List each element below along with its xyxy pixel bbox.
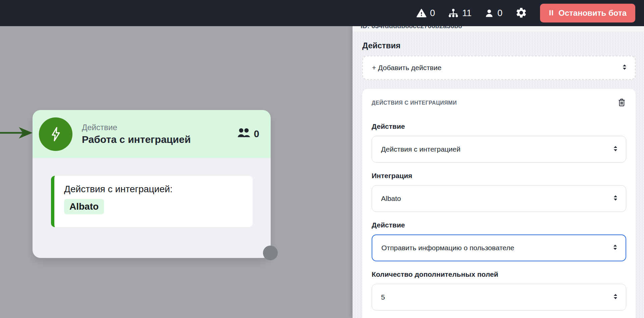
settings-sidebar: ID: 634fddddb88cc2766b2a36b8 Действия + …	[353, 26, 644, 318]
warning-icon	[416, 8, 427, 18]
node-title: Работа с интеграцией	[82, 134, 237, 145]
gear-icon	[515, 7, 527, 20]
stop-bot-button[interactable]: Остановить бота	[540, 4, 635, 22]
stop-bot-label: Остановить бота	[558, 8, 627, 18]
field-label-integration-action: Действие	[372, 221, 626, 229]
delete-action-button[interactable]	[617, 98, 626, 108]
users-count: 0	[497, 8, 502, 18]
users-counter[interactable]: 0	[484, 8, 502, 18]
integration-action-value: Отправить информацию о пользователе	[381, 244, 514, 252]
select-chevrons-icon	[613, 244, 618, 252]
node-id-strip: ID: 634fddddb88cc2766b2a36b8	[353, 26, 644, 32]
select-chevrons-icon	[613, 195, 618, 203]
action-type-select[interactable]: Действия с интеграцией	[372, 136, 626, 163]
integration-badge: Albato	[64, 199, 104, 214]
action-node-titles: Действие Работа с интеграцией	[82, 123, 237, 145]
integration-select[interactable]: Albato	[372, 185, 626, 212]
action-node-header: Действие Работа с интеграцией 0	[33, 110, 271, 158]
flow-edge-arrow[interactable]	[0, 126, 33, 140]
trash-icon	[617, 98, 626, 108]
integration-action-select[interactable]: Отправить информацию о пользователе	[372, 234, 626, 261]
topbar: 0 11 0 Остановить бота	[0, 0, 644, 26]
node-action-summary: Действия с интеграцией: Albato	[51, 176, 253, 227]
errors-count: 0	[430, 8, 435, 18]
action-node-body: Действия с интеграцией: Albato	[33, 158, 271, 258]
nodes-count: 11	[462, 8, 472, 18]
node-action-text: Действия с интеграцией:	[64, 184, 246, 195]
extra-fields-count-value: 5	[381, 293, 385, 301]
integration-actions-card: ДЕЙСТВИЯ С ИНТЕГРАЦИЯМИ Действие Действи…	[362, 89, 636, 318]
field-label-integration: Интеграция	[372, 172, 626, 180]
sitemap-icon	[448, 8, 459, 18]
add-action-placeholder: + Добавить действие	[372, 64, 441, 72]
settings-button[interactable]	[515, 7, 527, 20]
select-chevrons-icon	[622, 64, 627, 72]
node-users-counter: 0	[237, 128, 259, 141]
app-window: 0 11 0 Остановить бота	[0, 0, 644, 318]
field-label-action-type: Действие	[372, 122, 626, 130]
select-chevrons-icon	[613, 293, 618, 301]
flow-canvas[interactable]: Действие Работа с интеграцией 0 Действия…	[0, 26, 353, 318]
extra-fields-count-select[interactable]: 5	[372, 284, 626, 311]
integration-value: Albato	[381, 195, 401, 203]
action-type-value: Действия с интеграцией	[381, 145, 461, 153]
node-output-port[interactable]	[263, 246, 278, 260]
add-action-select[interactable]: + Добавить действие	[362, 56, 636, 80]
errors-counter[interactable]: 0	[416, 8, 435, 18]
card-section-title: ДЕЙСТВИЯ С ИНТЕГРАЦИЯМИ	[372, 100, 457, 106]
field-label-extra-fields-count: Количество дополнительных полей	[372, 270, 626, 278]
nodes-counter[interactable]: 11	[448, 8, 472, 18]
node-id-text: ID: 634fddddb88cc2766b2a36b8	[361, 26, 644, 30]
pause-icon	[549, 8, 554, 18]
node-users-count: 0	[254, 128, 259, 140]
lightning-icon	[39, 117, 72, 151]
select-chevrons-icon	[613, 145, 618, 153]
node-type-label: Действие	[82, 123, 237, 132]
actions-heading: Действия	[362, 41, 636, 50]
action-node[interactable]: Действие Работа с интеграцией 0 Действия…	[33, 110, 271, 258]
user-icon	[484, 8, 494, 18]
users-icon	[237, 128, 251, 141]
